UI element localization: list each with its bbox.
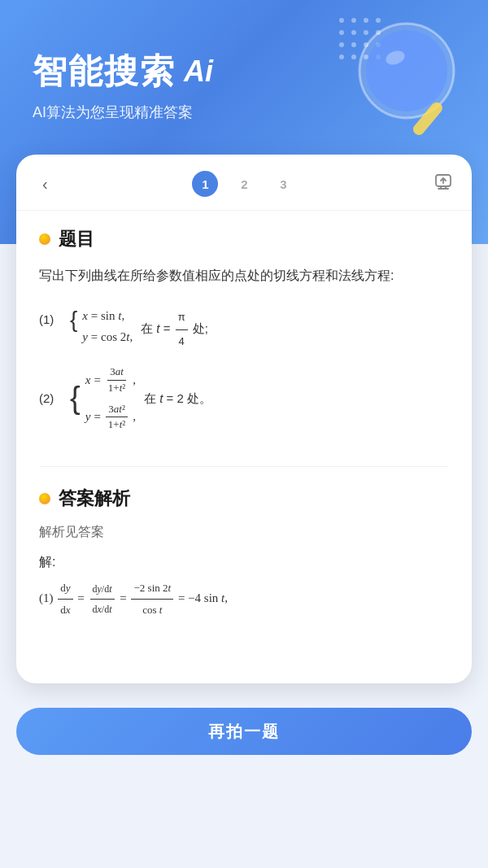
math-brace-1: {	[70, 306, 77, 334]
nav-back-button[interactable]: ‹	[36, 172, 54, 197]
problem-dot	[39, 233, 50, 245]
answer-title: 答案解析	[59, 486, 130, 511]
header-title: 智能搜索 Ai	[33, 49, 455, 94]
card-content: 题目 写出下列曲线在所给参数值相应的点处的切线方程和法线方程: (1) { x …	[16, 211, 472, 637]
problem-section-header: 题目	[39, 227, 449, 251]
section-divider	[39, 466, 449, 467]
math-eq-1b: y = cos 2t,	[82, 327, 133, 347]
answer-note: 解析见答案	[39, 524, 449, 541]
math-eq-2a: x = 3at 1+t² ,	[85, 364, 136, 395]
ai-badge-text: Ai	[184, 55, 213, 88]
math-system-2: x = 3at 1+t² , y = 3at² 1+t² ,	[85, 364, 136, 432]
nav-page-3[interactable]: 3	[270, 171, 296, 197]
answer-solve-label: 解:	[39, 554, 449, 571]
math-item-num-2: (2)	[39, 385, 65, 412]
nav-share-button[interactable]	[434, 173, 452, 195]
bottom-section: 再拍一题	[0, 700, 488, 779]
app-title: 智能搜索	[33, 49, 176, 94]
math-condition-2: 在 t = 2 处。	[144, 385, 211, 412]
math-item-2: (2) { x = 3at 1+t² , y = 3at²	[39, 364, 449, 432]
card-navigation: ‹ 1 2 3	[16, 155, 472, 211]
math-eq-2b: y = 3at² 1+t² ,	[85, 402, 136, 432]
problem-description: 写出下列曲线在所给参数值相应的点处的切线方程和法线方程:	[39, 264, 449, 286]
header-subtitle: AI算法为您呈现精准答案	[33, 103, 455, 122]
answer-section: 答案解析 解析见答案 解: (1) dy dx = dy/dt dx/dt = …	[39, 483, 449, 621]
math-brace-2: {	[70, 380, 81, 417]
math-condition-1: 在 t = π4 处;	[141, 306, 208, 353]
problem-title: 题目	[59, 227, 94, 251]
frac-3at: 3at 1+t²	[106, 364, 128, 395]
math-item-num-1: (1)	[39, 306, 65, 333]
answer-dot	[39, 493, 50, 504]
math-item-1: (1) { x = sin t, y = cos 2t, 在 t = π4 处;	[39, 306, 449, 353]
answer-section-header: 答案解析	[39, 486, 449, 511]
nav-pages: 1 2 3	[192, 171, 296, 197]
math-eq-1a: x = sin t,	[82, 306, 133, 325]
share-icon	[434, 173, 452, 191]
frac-3at2: 3at² 1+t²	[106, 402, 128, 432]
ai-badge: Ai	[184, 55, 213, 89]
main-card: ‹ 1 2 3 题目 写出下列曲线在所给参数值相应的点处的切线方程和法线方程:	[16, 155, 472, 683]
header-section: 智能搜索 Ai AI算法为您呈现精准答案	[0, 0, 488, 146]
math-system-1: x = sin t, y = cos 2t,	[82, 306, 133, 347]
math-equations: (1) { x = sin t, y = cos 2t, 在 t = π4 处;…	[39, 299, 449, 450]
answer-formula: (1) dy dx = dy/dt dx/dt = −2 sin 2t cos …	[39, 578, 449, 621]
nav-page-1[interactable]: 1	[192, 171, 218, 197]
nav-page-2[interactable]: 2	[231, 171, 257, 197]
retake-button[interactable]: 再拍一题	[16, 708, 472, 755]
